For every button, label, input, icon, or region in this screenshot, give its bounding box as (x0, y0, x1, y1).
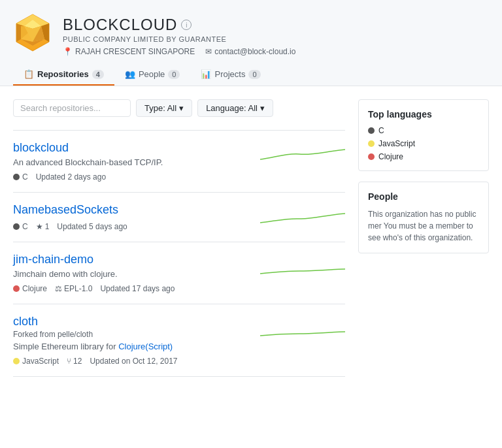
org-email-text: contact@block-cloud.io (214, 47, 295, 56)
repo-name-jim-chain-demo[interactable]: jim-chain-demo (13, 253, 93, 266)
repo-lang-blockcloud: C (13, 172, 28, 182)
language-filter-chevron: ▾ (260, 103, 265, 113)
tab-repositories[interactable]: 📋 Repositories 4 (13, 64, 114, 86)
search-input[interactable] (13, 99, 131, 117)
type-filter-button[interactable]: Type: All ▾ (136, 99, 192, 117)
repo-meta-namebasedsockets: C ★ 1 Updated 5 days ago (13, 222, 250, 231)
lang-dot-javascript (13, 358, 20, 364)
type-filter-chevron: ▾ (179, 103, 184, 113)
lang-dot-c-sidebar (368, 127, 375, 134)
fork-icon: ⑂ (67, 357, 71, 366)
repo-lang-clojure: Clojure (13, 284, 47, 293)
tab-projects[interactable]: 📊 Projects 0 (190, 64, 271, 86)
tab-projects-count: 0 (248, 70, 260, 79)
repos-section: Type: All ▾ Language: All ▾ blockcloud A… (13, 99, 345, 377)
repo-license-epl: ⚖ EPL-1.0 (55, 284, 92, 293)
lang-dot-js-sidebar (368, 140, 375, 147)
repo-updated-jim-chain-demo: Updated 17 days ago (100, 284, 175, 293)
list-item: JavaScript (368, 139, 479, 148)
repo-name-blockcloud[interactable]: blockcloud (13, 141, 69, 154)
repo-lang-namebasedsockets: C (13, 222, 28, 231)
org-email: ✉ contact@block-cloud.io (205, 47, 295, 56)
repo-stars-namebasedsockets: ★ 1 (36, 222, 50, 231)
repo-meta-cloth: JavaScript ⑂ 12 Updated on Oct 12, 2017 (13, 357, 250, 366)
tab-people-count: 0 (168, 70, 180, 79)
lang-list: C JavaScript Clojure (368, 126, 479, 161)
lang-label-js: JavaScript (378, 139, 415, 148)
org-avatar (13, 13, 52, 52)
info-icon[interactable]: i (181, 20, 192, 30)
tab-projects-label: Projects (214, 69, 245, 79)
tab-repositories-count: 4 (92, 70, 104, 79)
projects-icon: 📊 (201, 69, 211, 79)
balance-icon: ⚖ (55, 284, 62, 293)
sidebar: Top languages C JavaScript Clojure (358, 99, 489, 377)
repo-updated-blockcloud: Updated 2 days ago (36, 172, 106, 182)
fork-count: 12 (73, 357, 82, 366)
license-text: EPL-1.0 (64, 284, 92, 293)
repo-lang-javascript: JavaScript (13, 357, 59, 366)
org-details: BLOCKCLOUD i PUBLIC COMPANY LIMITED BY G… (63, 13, 295, 56)
repositories-icon: 📋 (24, 69, 34, 79)
repo-updated-cloth: Updated on Oct 12, 2017 (90, 357, 177, 366)
lang-dot-c2 (13, 223, 20, 230)
repo-stars-cloth: ⑂ 12 (67, 357, 82, 366)
tab-people[interactable]: 👥 People 0 (114, 64, 191, 86)
repo-name-cloth[interactable]: cloth (13, 315, 38, 328)
org-info: BLOCKCLOUD i PUBLIC COMPANY LIMITED BY G… (13, 13, 489, 56)
org-name-text: BLOCKCLOUD (63, 16, 177, 34)
table-row: jim-chain-demo Jimchain demo with clojur… (13, 242, 345, 304)
language-filter-label: Language: All (206, 103, 258, 113)
top-languages-card: Top languages C JavaScript Clojure (358, 99, 489, 171)
lang-label-c: C (378, 126, 384, 135)
org-location-text: RAJAH CRESCENT SINGAPORE (75, 47, 195, 56)
lang-name-c2: C (22, 222, 28, 231)
people-title: People (368, 191, 479, 202)
repo-desc-link-clojure[interactable]: Clojure(Script) (118, 342, 173, 351)
list-item: Clojure (368, 152, 479, 161)
lang-dot-c (13, 174, 20, 180)
lang-name-javascript: JavaScript (22, 357, 59, 366)
people-icon: 👥 (125, 69, 135, 79)
type-filter-label: Type: All (144, 103, 176, 113)
table-row: blockcloud An advanced Blockchain-based … (13, 131, 345, 193)
repo-description-blockcloud: An advanced Blockchain-based TCP/IP. (13, 157, 250, 167)
people-description: This organization has no public mer You … (368, 208, 479, 244)
lang-label-clojure: Clojure (378, 152, 403, 161)
org-header: BLOCKCLOUD i PUBLIC COMPANY LIMITED BY G… (0, 0, 502, 86)
repo-name-namebasedsockets[interactable]: NamebasedSockets (13, 203, 118, 216)
repo-description-jim-chain-demo: Jimchain demo with clojure. (13, 269, 250, 279)
repo-left: blockcloud An advanced Blockchain-based … (13, 141, 250, 182)
org-meta: 📍 RAJAH CRESCENT SINGAPORE ✉ contact@blo… (63, 47, 295, 56)
location-icon: 📍 (63, 47, 73, 56)
table-row: NamebasedSockets C ★ 1 Updated 5 days ag… (13, 193, 345, 242)
org-type: PUBLIC COMPANY LIMITED BY GUARANTEE (63, 35, 295, 43)
filter-bar: Type: All ▾ Language: All ▾ (13, 99, 345, 117)
repo-description-cloth: Simple Ethereum library for Clojure(Scri… (13, 342, 250, 351)
star-count: 1 (45, 222, 50, 231)
lang-dot-clojure-sidebar (368, 153, 375, 160)
repo-sparkline-jim-chain-demo (260, 253, 345, 280)
repo-left: NamebasedSockets C ★ 1 Updated 5 days ag… (13, 203, 250, 231)
lang-dot-clojure (13, 285, 20, 292)
repo-updated-namebasedsockets: Updated 5 days ago (57, 222, 127, 231)
language-filter-button[interactable]: Language: All ▾ (197, 99, 273, 117)
repo-left: cloth Forked from pelle/cloth Simple Eth… (13, 315, 250, 366)
email-icon: ✉ (205, 47, 212, 56)
lang-name-c: C (22, 172, 28, 182)
repo-sparkline-blockcloud (260, 141, 345, 168)
main-content: Type: All ▾ Language: All ▾ blockcloud A… (0, 86, 502, 390)
people-card: People This organization has no public m… (358, 182, 489, 253)
repo-left: jim-chain-demo Jimchain demo with clojur… (13, 253, 250, 293)
repo-fork-note-cloth: Forked from pelle/cloth (13, 330, 250, 339)
table-row: cloth Forked from pelle/cloth Simple Eth… (13, 304, 345, 377)
org-location: 📍 RAJAH CRESCENT SINGAPORE (63, 47, 195, 56)
top-languages-title: Top languages (368, 109, 479, 120)
repo-sparkline-cloth (260, 315, 345, 342)
org-nav: 📋 Repositories 4 👥 People 0 📊 Projects 0 (13, 64, 489, 86)
tab-people-label: People (139, 69, 165, 79)
page-wrapper: BLOCKCLOUD i PUBLIC COMPANY LIMITED BY G… (0, 0, 502, 448)
lang-name-clojure: Clojure (22, 284, 47, 293)
repo-sparkline-namebasedsockets (260, 203, 345, 230)
repo-meta-blockcloud: C Updated 2 days ago (13, 172, 250, 182)
